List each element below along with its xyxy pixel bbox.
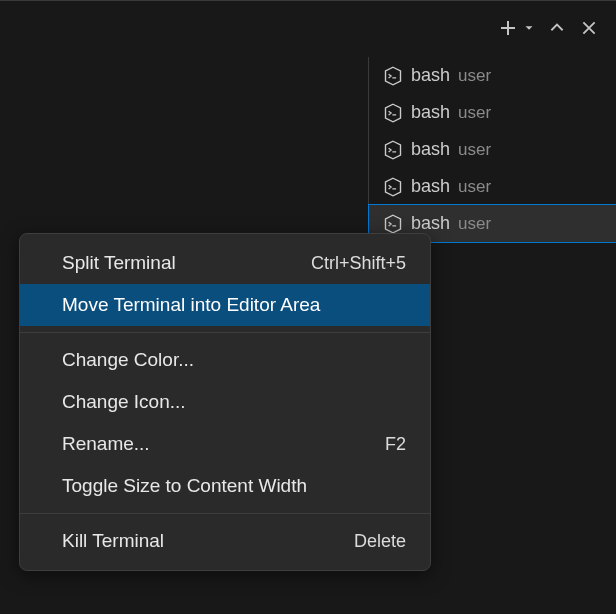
terminal-icon: [383, 140, 403, 160]
plus-icon: [497, 18, 517, 38]
chevron-down-icon: [522, 21, 536, 35]
terminal-icon: [383, 177, 403, 197]
menu-item-move-to-editor[interactable]: Move Terminal into Editor Area: [20, 284, 430, 326]
launch-profile-dropdown[interactable]: [520, 15, 538, 41]
menu-separator: [20, 332, 430, 333]
terminal-shell-label: bash: [411, 65, 450, 86]
menu-item-change-color[interactable]: Change Color...: [20, 339, 430, 381]
menu-item-kill-terminal[interactable]: Kill Terminal Delete: [20, 520, 430, 562]
terminal-tab[interactable]: bash user: [369, 94, 616, 131]
maximize-panel-button[interactable]: [544, 15, 570, 41]
terminal-shell-label: bash: [411, 213, 450, 234]
menu-item-label: Change Color...: [62, 349, 194, 371]
terminal-shell-label: bash: [411, 139, 450, 160]
terminal-icon: [383, 214, 403, 234]
terminal-user-label: user: [458, 66, 491, 86]
menu-item-label: Change Icon...: [62, 391, 186, 413]
menu-item-label: Move Terminal into Editor Area: [62, 294, 320, 316]
menu-item-label: Toggle Size to Content Width: [62, 475, 307, 497]
menu-item-label: Rename...: [62, 433, 150, 455]
terminal-list: bash user bash user bash user bash user …: [368, 57, 616, 242]
terminal-context-menu: Split Terminal Ctrl+Shift+5 Move Termina…: [19, 233, 431, 571]
terminal-shell-label: bash: [411, 102, 450, 123]
terminal-user-label: user: [458, 140, 491, 160]
terminal-tab[interactable]: bash user: [369, 168, 616, 205]
menu-separator: [20, 513, 430, 514]
terminal-toolbar: [494, 1, 616, 55]
menu-item-change-icon[interactable]: Change Icon...: [20, 381, 430, 423]
menu-item-split-terminal[interactable]: Split Terminal Ctrl+Shift+5: [20, 242, 430, 284]
terminal-shell-label: bash: [411, 176, 450, 197]
new-terminal-button[interactable]: [494, 15, 520, 41]
close-panel-button[interactable]: [576, 15, 602, 41]
menu-item-rename[interactable]: Rename... F2: [20, 423, 430, 465]
terminal-icon: [383, 103, 403, 123]
menu-item-label: Kill Terminal: [62, 530, 164, 552]
close-icon: [580, 19, 598, 37]
menu-item-shortcut: F2: [385, 434, 406, 455]
terminal-user-label: user: [458, 214, 491, 234]
terminal-user-label: user: [458, 103, 491, 123]
menu-item-toggle-size[interactable]: Toggle Size to Content Width: [20, 465, 430, 507]
menu-item-shortcut: Delete: [354, 531, 406, 552]
terminal-tab[interactable]: bash user: [369, 131, 616, 168]
terminal-tab[interactable]: bash user: [369, 57, 616, 94]
chevron-up-icon: [548, 19, 566, 37]
menu-item-shortcut: Ctrl+Shift+5: [311, 253, 406, 274]
terminal-icon: [383, 66, 403, 86]
terminal-user-label: user: [458, 177, 491, 197]
menu-item-label: Split Terminal: [62, 252, 176, 274]
